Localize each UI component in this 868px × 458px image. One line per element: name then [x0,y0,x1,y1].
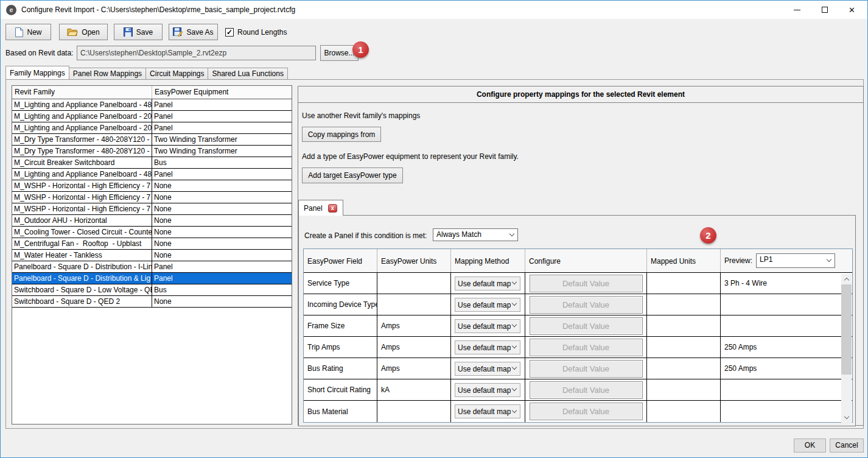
family-table-row[interactable]: M_Lighting and Appliance Panelboard - 20… [12,122,292,134]
easypower-equipment-cell: Bus [152,157,292,168]
default-value-button[interactable]: Default Value [530,317,643,335]
new-button[interactable]: New [5,24,51,40]
mapping-method-select[interactable]: Use default mapping [455,277,520,291]
mapping-method-column-header: Mapping Method [451,249,525,272]
tab-panel-row-mappings[interactable]: Panel Row Mappings [69,68,146,80]
mapping-method-cell: Use default mapping [451,358,525,379]
easypower-equipment-cell: Two Winding Transformer [152,146,292,157]
easypower-equipment-cell: Bus [152,284,292,295]
configure-cell: Default Value [525,379,647,400]
mapping-method-select[interactable]: Use default mapping [455,404,520,418]
revit-family-cell: M_Lighting and Appliance Panelboard - 20 [12,122,152,133]
configure-cell: Default Value [525,273,647,294]
revit-family-column-header[interactable]: Revit Family [12,86,152,99]
revit-family-cell: M_Water Heater - Tankless [12,250,152,261]
close-panel-tab-icon[interactable]: x [328,204,337,213]
mapping-method-cell: Use default mapping [451,337,525,358]
panel-equipment-tab[interactable]: Panel x [298,200,343,216]
family-table-row[interactable]: Panelboard - Square D - Distribution - I… [12,261,292,273]
revit-family-cell: M_Centrifugal Fan - Rooftop - Upblast [12,238,152,249]
cancel-button[interactable]: Cancel [830,439,864,453]
family-table-row[interactable]: M_Dry Type Transformer - 480-208Y120 - I… [12,134,292,146]
minimize-button[interactable] [783,1,811,19]
scroll-up-icon[interactable] [841,274,852,284]
close-button[interactable]: ✕ [838,1,866,19]
mapped-units-cell [647,273,721,294]
panel-equipment-tab-label: Panel [304,204,323,213]
revit-family-cell: M_Lighting and Appliance Panelboard - 48 [12,169,152,180]
chevron-down-icon [512,407,517,412]
condition-select[interactable]: Always Match [433,228,518,241]
easypower-equipment-cell: None [152,203,292,214]
maximize-button[interactable] [811,1,838,19]
family-table-row[interactable]: M_Dry Type Transformer - 480-208Y120 - I… [12,146,292,157]
add-target-easypower-type-button[interactable]: Add target EasyPower type [302,167,403,183]
mapped-units-cell [647,337,721,358]
mapping-method-select[interactable]: Use default mapping [455,340,520,354]
easypower-equipment-cell: Panel [152,169,292,180]
easypower-equipment-cell: None [152,192,292,203]
family-table-row[interactable]: M_Lighting and Appliance Panelboard - 20… [12,111,292,122]
family-table-row[interactable]: M_Centrifugal Fan - Rooftop - UpblastNon… [12,238,292,250]
family-table-row[interactable]: M_Water Heater - TanklessNone [12,250,292,261]
preview-select[interactable]: LP1 [756,253,835,268]
default-value-button[interactable]: Default Value [530,275,643,292]
easypower-field-cell: Bus Rating [304,358,377,379]
mapping-method-select[interactable]: Use default mapping [455,383,520,397]
easypower-equipment-column-header[interactable]: EasyPower Equipment [152,86,292,99]
copy-mappings-from-button[interactable]: Copy mappings from [302,127,381,142]
open-button[interactable]: Open [59,24,108,40]
configure-cell: Default Value [525,315,647,336]
easypower-field-cell: Short Circuit Rating [304,379,377,400]
family-table-row[interactable]: M_WSHP - Horizontal - High Efficiency - … [12,203,292,215]
family-table-row[interactable]: M_Lighting and Appliance Panelboard - 48… [12,169,292,180]
open-folder-icon [67,27,78,37]
revit-family-table: Revit Family EasyPower Equipment M_Light… [12,85,292,425]
preview-select-value: LP1 [760,255,772,264]
revit-family-cell: M_Lighting and Appliance Panelboard - 48 [12,99,152,110]
default-value-button[interactable]: Default Value [530,403,643,420]
use-another-mappings-text: Use another Revit family's mappings [302,111,863,120]
default-value-button[interactable]: Default Value [530,381,643,399]
revit-data-path-input[interactable]: C:\Users\stephen\Desktop\Sample_2.rvt2ez… [77,46,316,60]
default-value-button[interactable]: Default Value [530,339,643,356]
family-table-row[interactable]: M_WSHP - Horizontal - High Efficiency - … [12,180,292,192]
mapping-table-scrollbar[interactable] [841,274,852,423]
family-table-row[interactable]: M_Lighting and Appliance Panelboard - 48… [12,99,292,111]
easypower-units-cell: Amps [377,337,451,358]
scrollbar-thumb[interactable] [841,284,852,375]
configure-cell: Default Value [525,358,647,379]
mapping-table-body: Service TypeUse default mappingDefault V… [304,273,852,422]
tab-circuit-mappings[interactable]: Circuit Mappings [146,68,208,80]
scroll-down-icon[interactable] [841,412,852,423]
tab-shared-lua-functions[interactable]: Shared Lua Functions [208,68,287,80]
default-value-button[interactable]: Default Value [530,360,643,378]
family-table-row[interactable]: M_Circuit Breaker SwitchboardBus [12,157,292,169]
based-on-revit-data-label: Based on Revit data: [5,49,73,57]
app-icon: e [6,5,16,15]
family-table-body: M_Lighting and Appliance Panelboard - 48… [12,99,292,308]
ok-button[interactable]: OK [794,439,826,453]
family-table-row[interactable]: Switchboard - Square D - QED 2None [12,296,292,308]
family-table-row[interactable]: Switchboard - Square D - Low Voltage - Q… [12,284,292,296]
save-button[interactable]: Save [114,24,163,40]
chevron-down-icon [512,322,517,327]
chevron-down-icon [512,365,517,370]
easypower-field-cell: Service Type [304,273,377,294]
family-table-row[interactable]: Panelboard - Square D - Distribution & L… [12,273,292,284]
mapped-units-cell [647,379,721,400]
round-lengths-checkbox[interactable]: ✓ Round Lengths [225,28,287,37]
new-button-label: New [27,28,41,37]
save-as-button[interactable]: Save As [169,24,218,40]
family-table-row[interactable]: M_WSHP - Horizontal - High Efficiency - … [12,192,292,203]
configure-cell: Default Value [525,337,647,358]
mapping-method-select[interactable]: Use default mapping [455,362,520,376]
family-table-row[interactable]: M_Cooling Tower - Closed Circuit - Count… [12,227,292,238]
mapping-method-select[interactable]: Use default mapping [455,319,520,333]
tab-family-mappings[interactable]: Family Mappings [5,66,69,80]
family-table-row[interactable]: M_Outdoor AHU - HorizontalNone [12,215,292,227]
revit-family-cell: Panelboard - Square D - Distribution & L… [12,273,152,284]
family-table-header: Revit Family EasyPower Equipment [12,86,292,99]
mapping-method-select[interactable]: Use default mapping [455,298,520,312]
default-value-button[interactable]: Default Value [530,296,643,314]
